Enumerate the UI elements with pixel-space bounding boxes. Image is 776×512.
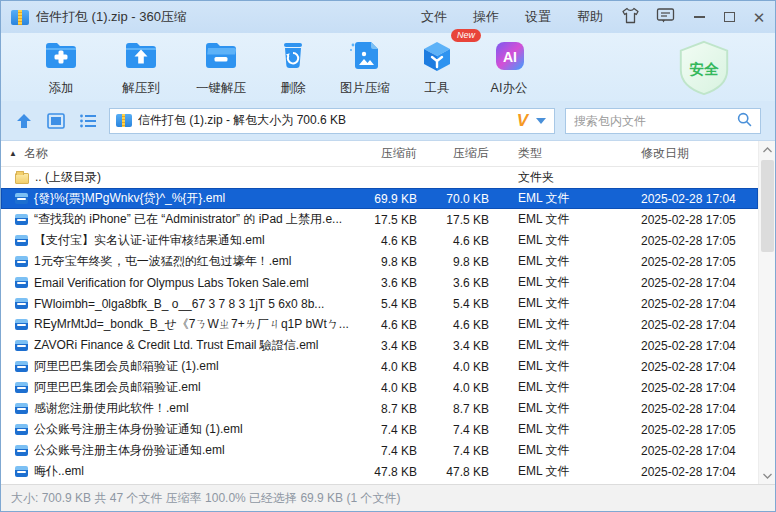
- menu-action[interactable]: 操作: [473, 8, 499, 26]
- title-bar: 信件打包 (1).zip - 360压缩 文件 操作 设置 帮助 ✕: [1, 1, 775, 33]
- file-type: EML 文件: [489, 253, 641, 270]
- file-modified: 2025-02-28 17:05: [641, 423, 758, 437]
- file-size-after: 9.8 KB: [417, 255, 489, 269]
- zip-file-icon: [116, 114, 132, 127]
- scroll-up-icon[interactable]: [759, 141, 776, 158]
- table-row[interactable]: .. (上级目录) 文件夹: [1, 167, 758, 188]
- file-type-icon: [15, 403, 28, 414]
- safe-shield-badge[interactable]: 安全: [675, 39, 733, 100]
- search-input[interactable]: [574, 114, 737, 128]
- archive-path-combobox[interactable]: 信件打包 (1).zip - 解包大小为 700.6 KB V: [109, 108, 555, 134]
- file-name: 感谢您注册使用此软件！.eml: [34, 400, 189, 417]
- up-directory-icon[interactable]: [13, 110, 35, 132]
- table-row[interactable]: “查找我的 iPhone” 已在 “Administrator” 的 iPad …: [1, 209, 758, 230]
- file-type-icon: [15, 256, 28, 267]
- file-size-after: 7.4 KB: [417, 444, 489, 458]
- file-type: EML 文件: [489, 358, 641, 375]
- file-size-after: 17.5 KB: [417, 213, 489, 227]
- file-modified: 2025-02-28 17:04: [641, 360, 758, 374]
- column-size-before[interactable]: 压缩前: [357, 145, 417, 162]
- file-size-before: 7.4 KB: [357, 423, 417, 437]
- file-type: EML 文件: [489, 379, 641, 396]
- file-size-before: 4.0 KB: [357, 360, 417, 374]
- trash-recycle-icon: [273, 37, 313, 78]
- column-size-after[interactable]: 压缩后: [417, 145, 489, 162]
- table-row[interactable]: 公众账号注册主体身份验证通知.eml 7.4 KB 7.4 KB EML 文件 …: [1, 440, 758, 461]
- table-row[interactable]: Email Verification for Olympus Labs Toke…: [1, 272, 758, 293]
- table-row[interactable]: 1元夺宝年终奖，屯一波猛烈的红包过壕年！.eml 9.8 KB 9.8 KB E…: [1, 251, 758, 272]
- file-size-before: 3.4 KB: [357, 339, 417, 353]
- menu-help[interactable]: 帮助: [577, 8, 603, 26]
- file-name: ZAVORi Finance & Credit Ltd. Trust Email…: [34, 337, 319, 354]
- file-name: “查找我的 iPhone” 已在 “Administrator” 的 iPad …: [34, 211, 342, 228]
- delete-button[interactable]: 删除: [261, 37, 325, 97]
- file-type-icon: [15, 214, 28, 225]
- scrollbar-thumb[interactable]: [761, 160, 774, 252]
- file-name: {發}%{票}MPgWnkv{贷}^_%{开}.eml: [34, 190, 225, 207]
- file-type: EML 文件: [489, 316, 641, 333]
- file-type-icon: [15, 235, 28, 246]
- scrollbar-track[interactable]: [759, 158, 776, 467]
- file-size-after: 7.4 KB: [417, 423, 489, 437]
- table-row[interactable]: 晦仆..eml 47.8 KB 47.8 KB EML 文件 2025-02-2…: [1, 461, 758, 482]
- menu-settings[interactable]: 设置: [525, 8, 551, 26]
- file-type: EML 文件: [489, 337, 641, 354]
- thumbnail-view-icon[interactable]: [45, 110, 67, 132]
- table-row[interactable]: REyMrMtJd=_bondk_B_せ《7ㄋWㄓ7+ㄌ厂ㄐq1P bWtㄅ..…: [1, 314, 758, 335]
- archive-path-label: 信件打包 (1).zip - 解包大小为 700.6 KB: [138, 112, 346, 129]
- file-size-after: 4.0 KB: [417, 360, 489, 374]
- file-type-icon: [15, 319, 28, 330]
- table-row[interactable]: {發}%{票}MPgWnkv{贷}^_%{开}.eml 69.9 KB 70.0…: [1, 188, 758, 209]
- column-type[interactable]: 类型: [489, 145, 641, 162]
- maximize-button[interactable]: [719, 7, 739, 27]
- file-type-icon: [15, 445, 28, 456]
- add-button[interactable]: 添加: [21, 37, 101, 97]
- toolbar-label: AI办公: [491, 80, 528, 97]
- file-size-before: 69.9 KB: [357, 192, 417, 206]
- ai-icon: AI: [489, 37, 529, 78]
- svg-text:AI: AI: [503, 49, 517, 65]
- scroll-down-icon[interactable]: [759, 467, 776, 484]
- list-view-icon[interactable]: [77, 110, 99, 132]
- table-row[interactable]: ZAVORi Finance & Credit Ltd. Trust Email…: [1, 335, 758, 356]
- one-click-extract-button[interactable]: 一键解压: [181, 37, 261, 97]
- table-row[interactable]: 阿里巴巴集团会员邮箱验证.eml 4.0 KB 4.0 KB EML 文件 20…: [1, 377, 758, 398]
- ai-office-button[interactable]: AI AI办公: [469, 37, 549, 97]
- minimize-button[interactable]: [689, 7, 709, 27]
- add-folder-icon: [41, 37, 81, 78]
- column-name[interactable]: ▲名称: [1, 145, 357, 162]
- feedback-icon[interactable]: [656, 7, 675, 27]
- extract-to-button[interactable]: 解压到: [101, 37, 181, 97]
- file-size-before: 3.6 KB: [357, 276, 417, 290]
- file-modified: 2025-02-28 17:04: [641, 192, 758, 206]
- file-size-after: 70.0 KB: [417, 192, 489, 206]
- tools-button[interactable]: New 工具: [405, 37, 469, 97]
- scrollbar[interactable]: [758, 141, 775, 484]
- table-row[interactable]: 【支付宝】实名认证-证件审核结果通知.eml 4.6 KB 4.6 KB EML…: [1, 230, 758, 251]
- file-size-after: 3.4 KB: [417, 339, 489, 353]
- file-size-after: 4.0 KB: [417, 381, 489, 395]
- search-icon[interactable]: [737, 112, 752, 130]
- file-name: 晦仆..eml: [34, 463, 84, 480]
- image-compress-button[interactable]: 图片压缩: [325, 37, 405, 97]
- file-name: .. (上级目录): [35, 169, 101, 186]
- dropdown-caret-icon[interactable]: [536, 118, 546, 124]
- menu-file[interactable]: 文件: [421, 8, 447, 26]
- close-button[interactable]: ✕: [749, 7, 769, 27]
- file-type-icon: [15, 382, 28, 393]
- table-row[interactable]: FWloimbh=_0lga8bfk_B_ o__67 3 7 8 3 1jT …: [1, 293, 758, 314]
- file-size-after: 47.8 KB: [417, 465, 489, 479]
- table-row[interactable]: 阿里巴巴集团会员邮箱验证 (1).eml 4.0 KB 4.0 KB EML 文…: [1, 356, 758, 377]
- file-list-area: ▲名称 压缩前 压缩后 类型 修改日期 .. (上级目录) 文件夹 {發}%{票…: [1, 141, 775, 484]
- file-modified: 2025-02-28 17:04: [641, 402, 758, 416]
- window-title: 信件打包 (1).zip - 360压缩: [36, 8, 187, 26]
- column-header-row: ▲名称 压缩前 压缩后 类型 修改日期: [1, 141, 758, 167]
- table-row[interactable]: 感谢您注册使用此软件！.eml 8.7 KB 8.7 KB EML 文件 202…: [1, 398, 758, 419]
- toolbar-label: 工具: [425, 80, 450, 97]
- skin-shirt-icon[interactable]: [621, 7, 640, 27]
- v-logo: V: [517, 111, 528, 131]
- file-type: EML 文件: [489, 421, 641, 438]
- table-row[interactable]: 公众账号注册主体身份验证通知 (1).eml 7.4 KB 7.4 KB EML…: [1, 419, 758, 440]
- column-modified[interactable]: 修改日期: [641, 145, 758, 162]
- app-window: 信件打包 (1).zip - 360压缩 文件 操作 设置 帮助 ✕ 添: [0, 0, 776, 512]
